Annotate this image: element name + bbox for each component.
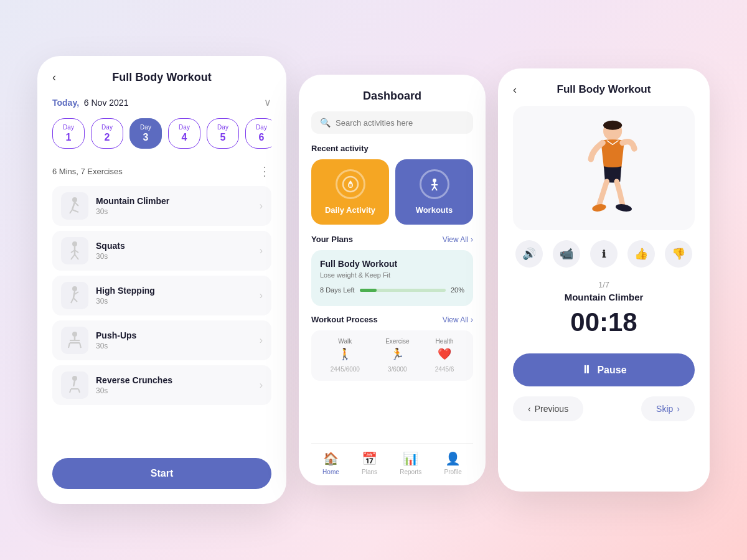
date-chevron[interactable]: ∨ <box>264 96 271 108</box>
exercise-arrow-icon: › <box>260 200 263 212</box>
exercise-thumb <box>61 371 88 399</box>
walk-value: 2445/6000 <box>331 363 360 373</box>
nav-home[interactable]: 🏠 Home <box>322 451 339 475</box>
exercise-label: Exercise <box>385 338 409 345</box>
workouts-card[interactable]: Workouts <box>395 159 473 225</box>
process-row: Walk 🚶 2445/6000 Exercise 🏃 3/6000 Healt… <box>311 330 473 381</box>
health-process: Health ❤️ 2445/6 <box>435 338 454 373</box>
card1-title: Full Body Workout <box>112 71 212 84</box>
player-back-button[interactable]: ‹ <box>513 83 517 96</box>
list-item[interactable]: Mountain Climber 30s › <box>52 186 271 226</box>
svg-point-0 <box>72 197 77 202</box>
previous-label: Previous <box>535 404 568 414</box>
list-item[interactable]: Squats 30s › <box>52 231 271 271</box>
svg-point-22 <box>72 376 77 381</box>
exercise-thumb <box>61 192 88 220</box>
bottom-nav: 🏠 Home 📅 Plans 📊 Reports 👤 Profile <box>311 443 473 485</box>
svg-line-33 <box>435 187 437 190</box>
daily-activity-card[interactable]: Daily Activity <box>311 159 389 225</box>
exercise-duration: 30s <box>96 386 260 395</box>
progress-bar-fill <box>360 289 377 292</box>
exercise-duration: 30s <box>96 252 260 261</box>
exercise-name: Mountain Climber <box>96 196 260 206</box>
svg-line-12 <box>73 291 75 298</box>
search-icon: 🔍 <box>320 118 331 128</box>
volume-button[interactable]: 🔊 <box>515 240 543 268</box>
like-button[interactable]: 👍 <box>627 240 655 268</box>
skip-button[interactable]: Skip › <box>641 396 695 421</box>
list-item[interactable]: Push-Ups 30s › <box>52 320 271 360</box>
exercise-info: Mountain Climber 30s <box>96 196 260 216</box>
skip-label: Skip <box>656 404 673 414</box>
search-bar[interactable]: 🔍 <box>311 111 473 134</box>
exercise-icon: 🏃 <box>390 347 404 361</box>
dashboard-title: Dashboard <box>311 90 473 103</box>
search-input[interactable] <box>336 118 464 128</box>
process-header: Workout Process View All › <box>311 315 473 324</box>
dashboard-card: Dashboard 🔍 Recent activity Daily Activi… <box>299 75 486 485</box>
exercise-duration: 30s <box>96 297 260 306</box>
recent-activity-grid: Daily Activity Workouts <box>311 159 473 225</box>
player-controls: 🔊 📹 ℹ 👍 👎 <box>513 240 695 268</box>
exercise-value: 3/6000 <box>388 363 407 373</box>
svg-line-14 <box>73 298 77 302</box>
days-row: Day1 Day2 Day3 Day4 Day5 Day6 D <box>52 118 271 149</box>
svg-point-28 <box>349 184 352 187</box>
day-2[interactable]: Day2 <box>91 118 123 149</box>
nav-reports[interactable]: 📊 Reports <box>400 451 421 475</box>
exercise-arrow-icon: › <box>260 380 263 391</box>
previous-button[interactable]: ‹ Previous <box>513 396 583 421</box>
day-6[interactable]: Day6 <box>245 118 271 149</box>
workout-process-section: Workout Process View All › Walk 🚶 2445/6… <box>311 315 473 381</box>
svg-point-36 <box>591 203 606 212</box>
info-icon: ℹ <box>602 248 606 260</box>
plan-card[interactable]: Full Body Workout Lose weight & Keep Fit… <box>311 250 473 306</box>
list-item[interactable]: High Stepping 30s › <box>52 276 271 315</box>
dislike-icon: 👎 <box>672 247 685 261</box>
day-5[interactable]: Day5 <box>207 118 239 149</box>
date-today: Today, <box>52 98 79 108</box>
svg-point-5 <box>72 241 77 246</box>
nav-profile-label: Profile <box>444 469 461 475</box>
process-view-all[interactable]: View All › <box>443 315 473 324</box>
day-4[interactable]: Day4 <box>168 118 200 149</box>
exercise-name: High Stepping <box>96 286 260 296</box>
exercise-list: Mountain Climber 30s › <box>52 186 271 448</box>
more-options-icon[interactable]: ⋮ <box>258 164 271 179</box>
exercise-info: High Stepping 30s <box>96 286 260 306</box>
recent-activity-header: Recent activity <box>311 144 473 153</box>
like-icon: 👍 <box>634 247 648 261</box>
dislike-button[interactable]: 👎 <box>665 240 692 268</box>
svg-line-20 <box>68 343 70 348</box>
exercise-arrow-icon: › <box>260 245 263 256</box>
svg-point-37 <box>615 203 632 213</box>
skip-icon: › <box>677 404 680 414</box>
start-button[interactable]: Start <box>52 458 271 489</box>
walk-process: Walk 🚶 2445/6000 <box>331 338 360 373</box>
back-button[interactable]: ‹ <box>52 71 56 84</box>
nav-profile[interactable]: 👤 Profile <box>444 451 461 475</box>
exercise-info: Reverse Crunches 30s <box>96 375 260 395</box>
svg-line-7 <box>71 254 75 259</box>
pause-button[interactable]: ⏸ Pause <box>513 353 695 386</box>
health-label: Health <box>436 338 454 345</box>
nav-reports-label: Reports <box>400 469 421 475</box>
exercise-name: Push-Ups <box>96 330 260 340</box>
list-item[interactable]: Reverse Crunches 30s › <box>52 365 271 405</box>
info-button[interactable]: ℹ <box>590 240 618 268</box>
exercise-counter: 1/7 <box>513 280 695 289</box>
camera-button[interactable]: 📹 <box>553 240 580 268</box>
exercise-thumb <box>61 237 88 264</box>
exercise-duration: 30s <box>96 207 260 216</box>
plan-subtitle: Lose weight & Keep Fit <box>320 271 464 279</box>
daily-activity-icon <box>336 169 365 199</box>
day-3[interactable]: Day3 <box>129 118 162 149</box>
plans-view-all[interactable]: View All › <box>443 235 473 244</box>
day-1[interactable]: Day1 <box>52 118 85 149</box>
home-icon: 🏠 <box>323 451 339 466</box>
svg-point-35 <box>603 121 622 130</box>
progress-bar-bg <box>360 289 446 292</box>
pause-icon: ⏸ <box>581 363 592 376</box>
plan-progress-row: 8 Days Left 20% <box>320 286 464 294</box>
nav-plans[interactable]: 📅 Plans <box>362 451 377 475</box>
